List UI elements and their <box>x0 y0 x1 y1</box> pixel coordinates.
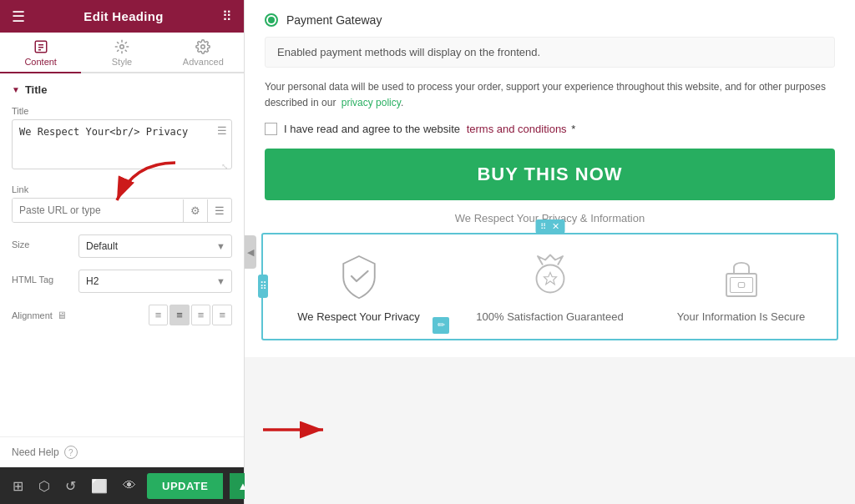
section-collapse-arrow: ▼ <box>12 85 20 94</box>
layers-icon-btn[interactable]: ⊞ <box>8 475 28 497</box>
right-content: Payment Gateway Enabled payment methods … <box>245 0 855 357</box>
trust-item-secure-text: Your Information Is Secure <box>677 310 805 325</box>
link-field-group: Link ⚙ ☰ <box>12 184 232 223</box>
title-section-header[interactable]: ▼ Title <box>12 83 232 96</box>
panel-title: Edit Heading <box>83 9 163 23</box>
responsive-icon-btn[interactable]: ⬜ <box>87 475 112 497</box>
html-tag-field-group: HTML Tag H2 H1 H3 ▼ <box>12 270 232 293</box>
trust-item-privacy-text: We Respect Your Privacy <box>297 310 419 325</box>
terms-link[interactable]: terms and conditions <box>467 123 567 135</box>
align-right-btn[interactable]: ≡ <box>191 305 211 325</box>
trust-section-controls: ⠿ ✕ <box>535 219 564 234</box>
alignment-buttons: ≡ ≡ ≡ ≡ <box>149 305 232 325</box>
html-tag-field-label: HTML Tag <box>12 275 70 285</box>
title-input[interactable]: We Respect Your<br/> Privacy <box>12 119 232 169</box>
panel-footer: ⊞ ⬡ ↺ ⬜ 👁 UPDATE ▲ <box>0 467 244 504</box>
trust-item-satisfaction-text: 100% Satisfaction Guaranteed <box>476 310 623 325</box>
align-justify-btn[interactable]: ≡ <box>212 305 232 325</box>
history-icon-btn[interactable]: ↺ <box>61 475 80 497</box>
url-input-wrapper: ⚙ ☰ <box>12 198 232 223</box>
tab-style[interactable]: Style <box>81 33 162 73</box>
url-dynamic-btn[interactable]: ☰ <box>207 199 231 222</box>
alignment-label: Alignment 🖥 <box>12 310 67 321</box>
privacy-policy-link[interactable]: privacy policy <box>341 97 401 108</box>
visibility-icon-btn[interactable]: 👁 <box>119 475 140 496</box>
annotation-arrow-2 <box>255 409 338 454</box>
svg-point-5 <box>536 265 564 293</box>
trust-item-secure[interactable]: Your Information Is Secure <box>645 234 837 338</box>
size-field-group: Size Default Small Medium Large ▼ <box>12 234 232 258</box>
terms-text-main: I have read and agree to the website <box>284 123 460 135</box>
tab-advanced[interactable]: Advanced <box>163 33 244 73</box>
panel-body: ▼ Title Title We Respect Your<br/> Priva… <box>0 73 244 436</box>
medal-icon <box>525 251 575 301</box>
update-button[interactable]: UPDATE <box>147 473 223 499</box>
url-input[interactable] <box>13 199 183 222</box>
panel-header: ☰ Edit Heading ⠿ <box>0 0 244 33</box>
tab-advanced-label: Advanced <box>183 57 224 67</box>
payment-description: Enabled payment methods will display on … <box>265 37 835 68</box>
privacy-text: Your personal data will be used to proce… <box>265 79 835 111</box>
grid-icon[interactable]: ⠿ <box>222 8 232 24</box>
panel-collapse-handle[interactable]: ◀ <box>245 235 256 269</box>
hamburger-icon[interactable]: ☰ <box>12 8 25 26</box>
advanced-icon <box>195 39 210 54</box>
title-field-group: Title We Respect Your<br/> Privacy ☰ ⤡ <box>12 106 232 173</box>
buy-button[interactable]: BUY THIS NOW <box>265 149 835 200</box>
lock-icon <box>716 251 766 301</box>
svg-point-4 <box>120 45 124 49</box>
payment-radio[interactable] <box>265 13 278 27</box>
right-panel: ◀ Payment Gateway Enabled payment method… <box>245 0 855 504</box>
trust-item-satisfaction[interactable]: 100% Satisfaction Guaranteed <box>454 234 645 338</box>
radio-inner <box>268 17 275 23</box>
left-panel: ☰ Edit Heading ⠿ Content Style Advanced <box>0 0 245 504</box>
alignment-row: Alignment 🖥 ≡ ≡ ≡ ≡ <box>12 305 232 325</box>
trust-section-container: ⠿ ✕ ⠿ We Respect Your Privacy ✏ <box>265 233 835 340</box>
terms-checkbox[interactable] <box>265 123 277 135</box>
tab-content[interactable]: Content <box>0 33 81 73</box>
align-center-btn[interactable]: ≡ <box>169 305 190 325</box>
style-icon <box>114 39 129 54</box>
svg-rect-9 <box>738 283 745 288</box>
title-section-label: Title <box>25 83 48 96</box>
terms-text: I have read and agree to the website ter… <box>284 123 575 135</box>
collapse-chevron: ◀ <box>247 247 254 258</box>
title-field-label: Title <box>12 106 232 116</box>
html-tag-select[interactable]: H2 H1 H3 <box>78 270 232 293</box>
url-settings-btn[interactable]: ⚙ <box>183 199 207 222</box>
svg-rect-8 <box>730 278 752 293</box>
alignment-field-group: Alignment 🖥 ≡ ≡ ≡ ≡ <box>12 305 232 325</box>
title-dynamic-btn[interactable]: ☰ <box>217 124 227 137</box>
trust-item-privacy[interactable]: We Respect Your Privacy ✏ <box>263 234 454 338</box>
alignment-label-text: Alignment <box>12 310 53 320</box>
panel-tabs: Content Style Advanced <box>0 33 244 73</box>
payment-gateway-row: Payment Gateway <box>265 13 835 27</box>
resize-handle[interactable]: ⤡ <box>221 162 230 170</box>
align-left-btn[interactable]: ≡ <box>149 305 169 325</box>
size-select-wrapper: Default Small Medium Large ▼ <box>78 234 232 258</box>
need-help-text: Need Help <box>12 446 59 458</box>
close-trust-btn[interactable]: ✕ <box>552 221 559 232</box>
svg-marker-6 <box>544 273 556 285</box>
drag-dots[interactable]: ⠿ <box>540 222 547 231</box>
help-icon: ? <box>64 446 78 459</box>
trust-section: ⠿ We Respect Your Privacy ✏ <box>261 233 838 340</box>
size-field-label: Size <box>12 239 70 249</box>
shield-check-icon <box>334 251 384 301</box>
terms-asterisk: * <box>571 123 575 135</box>
monitor-icon: 🖥 <box>57 310 67 321</box>
content-icon <box>33 39 48 54</box>
title-textarea-wrapper: We Respect Your<br/> Privacy ☰ ⤡ <box>12 119 232 173</box>
tab-content-label: Content <box>24 57 57 67</box>
trust-item-edit-btn[interactable]: ✏ <box>433 317 449 334</box>
link-field-label: Link <box>12 184 232 194</box>
payment-gateway-label: Payment Gateway <box>286 13 382 27</box>
stack-icon-btn[interactable]: ⬡ <box>34 475 54 497</box>
tab-style-label: Style <box>112 57 132 67</box>
size-select[interactable]: Default Small Medium Large <box>78 234 232 258</box>
terms-row: I have read and agree to the website ter… <box>265 123 835 135</box>
html-tag-select-wrapper: H2 H1 H3 ▼ <box>78 270 232 293</box>
need-help-section[interactable]: Need Help ? <box>0 436 244 467</box>
